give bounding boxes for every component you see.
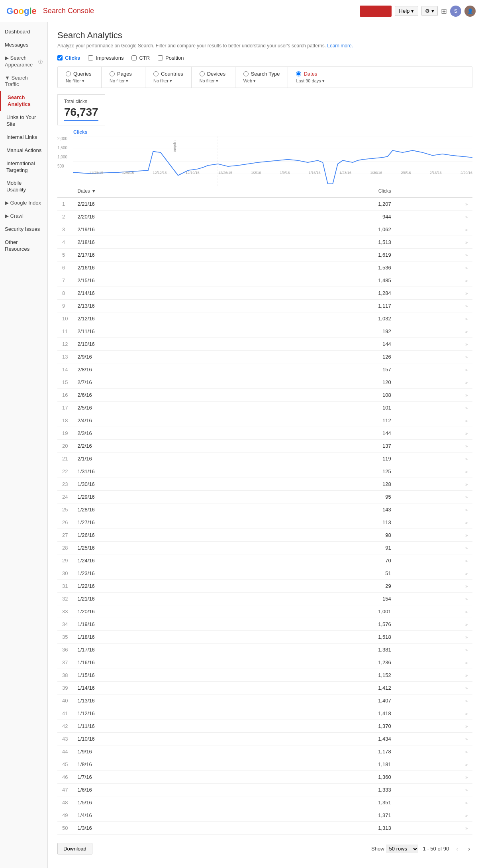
filter-pages[interactable]: Pages No filter ▾ bbox=[102, 67, 145, 88]
cell-chevron[interactable]: » bbox=[396, 618, 472, 631]
cell-chevron[interactable]: » bbox=[396, 478, 472, 491]
filter-impressions[interactable]: Impressions bbox=[88, 55, 123, 61]
cell-chevron[interactable]: » bbox=[396, 287, 472, 300]
table-row[interactable]: 42 1/11/16 1,370 » bbox=[57, 720, 472, 733]
sidebar-item-crawl[interactable]: ▶ Crawl bbox=[0, 210, 47, 223]
cell-chevron[interactable]: » bbox=[396, 427, 472, 440]
table-row[interactable]: 17 2/5/16 101 » bbox=[57, 402, 472, 414]
cell-chevron[interactable]: » bbox=[396, 631, 472, 644]
table-row[interactable]: 22 1/31/16 125 » bbox=[57, 465, 472, 478]
table-row[interactable]: 39 1/14/16 1,412 » bbox=[57, 682, 472, 694]
position-checkbox[interactable] bbox=[158, 55, 163, 60]
cell-chevron[interactable]: » bbox=[396, 516, 472, 529]
cell-chevron[interactable]: » bbox=[396, 694, 472, 707]
col-dates[interactable]: Dates ▼ bbox=[72, 185, 252, 197]
filter-countries[interactable]: Countries No filter ▾ bbox=[145, 67, 192, 88]
table-row[interactable]: 32 1/21/16 154 » bbox=[57, 593, 472, 605]
table-row[interactable]: 48 1/5/16 1,351 » bbox=[57, 796, 472, 809]
cell-chevron[interactable]: » bbox=[396, 503, 472, 516]
table-row[interactable]: 50 1/3/16 1,313 » bbox=[57, 822, 472, 835]
cell-chevron[interactable]: » bbox=[396, 325, 472, 338]
cell-chevron[interactable]: » bbox=[396, 414, 472, 427]
filter-devices[interactable]: Devices No filter ▾ bbox=[192, 67, 235, 88]
avatar[interactable]: S bbox=[450, 6, 461, 17]
table-row[interactable]: 7 2/15/16 1,485 » bbox=[57, 274, 472, 287]
cell-chevron[interactable]: » bbox=[396, 261, 472, 274]
cell-chevron[interactable]: » bbox=[396, 656, 472, 669]
cell-chevron[interactable]: » bbox=[396, 491, 472, 503]
table-row[interactable]: 46 1/7/16 1,360 » bbox=[57, 771, 472, 784]
sidebar-item-manual-actions[interactable]: Manual Actions bbox=[0, 144, 47, 157]
cell-chevron[interactable]: » bbox=[396, 733, 472, 745]
table-row[interactable]: 27 1/26/16 98 » bbox=[57, 529, 472, 542]
cell-chevron[interactable]: » bbox=[396, 745, 472, 758]
table-row[interactable]: 47 1/6/16 1,333 » bbox=[57, 784, 472, 796]
table-row[interactable]: 23 1/30/16 128 » bbox=[57, 478, 472, 491]
sidebar-item-search-appearance[interactable]: ▶ Search Appearance ⓘ bbox=[0, 52, 47, 72]
sidebar-item-international-targeting[interactable]: International Targeting bbox=[0, 157, 47, 177]
sidebar-item-search-traffic[interactable]: ▼ Search Traffic bbox=[0, 72, 47, 92]
table-row[interactable]: 15 2/7/16 120 » bbox=[57, 376, 472, 389]
table-row[interactable]: 20 2/2/16 137 » bbox=[57, 440, 472, 453]
cell-chevron[interactable]: » bbox=[396, 669, 472, 682]
sidebar-item-google-index[interactable]: ▶ Google Index bbox=[0, 197, 47, 210]
table-row[interactable]: 8 2/14/16 1,284 » bbox=[57, 287, 472, 300]
table-row[interactable]: 5 2/17/16 1,619 » bbox=[57, 249, 472, 261]
cell-chevron[interactable]: » bbox=[396, 771, 472, 784]
table-row[interactable]: 30 1/23/16 51 » bbox=[57, 567, 472, 580]
table-row[interactable]: 43 1/10/16 1,434 » bbox=[57, 733, 472, 745]
table-row[interactable]: 28 1/25/16 91 » bbox=[57, 542, 472, 554]
rows-per-page-select[interactable]: 50 rows 100 rows 500 rows bbox=[386, 845, 418, 853]
grid-icon[interactable]: ⊞ bbox=[441, 7, 447, 16]
filter-dates[interactable]: Dates Last 90 days ▾ bbox=[288, 67, 332, 88]
learn-more-link[interactable]: Learn more. bbox=[327, 43, 353, 49]
cell-chevron[interactable]: » bbox=[396, 312, 472, 325]
table-row[interactable]: 25 1/28/16 143 » bbox=[57, 503, 472, 516]
cell-chevron[interactable]: » bbox=[396, 465, 472, 478]
cell-chevron[interactable]: » bbox=[396, 809, 472, 822]
table-row[interactable]: 33 1/20/16 1,001 » bbox=[57, 605, 472, 618]
table-row[interactable]: 1 2/21/16 1,207 » bbox=[57, 197, 472, 211]
sidebar-item-search-analytics[interactable]: Search Analytics bbox=[0, 91, 47, 111]
table-row[interactable]: 10 2/12/16 1,032 » bbox=[57, 312, 472, 325]
cell-chevron[interactable]: » bbox=[396, 236, 472, 249]
cell-chevron[interactable]: » bbox=[396, 211, 472, 223]
table-row[interactable]: 34 1/19/16 1,576 » bbox=[57, 618, 472, 631]
cell-chevron[interactable]: » bbox=[396, 363, 472, 376]
table-row[interactable]: 44 1/9/16 1,178 » bbox=[57, 745, 472, 758]
cell-chevron[interactable]: » bbox=[396, 440, 472, 453]
table-row[interactable]: 40 1/13/16 1,407 » bbox=[57, 694, 472, 707]
table-row[interactable]: 31 1/22/16 29 » bbox=[57, 580, 472, 593]
table-row[interactable]: 21 2/1/16 119 » bbox=[57, 453, 472, 465]
impressions-checkbox[interactable] bbox=[88, 55, 93, 60]
cell-chevron[interactable]: » bbox=[396, 338, 472, 351]
table-row[interactable]: 2 2/20/16 944 » bbox=[57, 211, 472, 223]
sidebar-item-mobile-usability[interactable]: Mobile Usability bbox=[0, 177, 47, 197]
cell-chevron[interactable]: » bbox=[396, 402, 472, 414]
table-row[interactable]: 41 1/12/16 1,418 » bbox=[57, 707, 472, 720]
cell-chevron[interactable]: » bbox=[396, 376, 472, 389]
download-button[interactable]: Download bbox=[57, 843, 92, 854]
cell-chevron[interactable]: » bbox=[396, 758, 472, 771]
col-clicks[interactable]: Clicks bbox=[252, 185, 396, 197]
table-row[interactable]: 49 1/4/16 1,371 » bbox=[57, 809, 472, 822]
sidebar-item-messages[interactable]: Messages bbox=[0, 39, 47, 52]
table-row[interactable]: 26 1/27/16 113 » bbox=[57, 516, 472, 529]
clicks-checkbox[interactable] bbox=[57, 55, 63, 60]
cell-chevron[interactable]: » bbox=[396, 389, 472, 402]
cell-chevron[interactable]: » bbox=[396, 605, 472, 618]
ctr-checkbox[interactable] bbox=[131, 55, 137, 60]
cell-chevron[interactable]: » bbox=[396, 249, 472, 261]
filter-ctr[interactable]: CTR bbox=[131, 55, 150, 61]
sidebar-item-links-to-your-site[interactable]: Links to Your Site bbox=[0, 111, 47, 131]
cell-chevron[interactable]: » bbox=[396, 351, 472, 363]
prev-page-button[interactable]: ‹ bbox=[454, 845, 460, 853]
cell-chevron[interactable]: » bbox=[396, 197, 472, 211]
cell-chevron[interactable]: » bbox=[396, 720, 472, 733]
table-row[interactable]: 37 1/16/16 1,236 » bbox=[57, 656, 472, 669]
sidebar-item-dashboard[interactable]: Dashboard bbox=[0, 25, 47, 39]
settings-button[interactable]: ⚙ ▾ bbox=[421, 6, 438, 16]
table-row[interactable]: 12 2/10/16 144 » bbox=[57, 338, 472, 351]
cell-chevron[interactable]: » bbox=[396, 593, 472, 605]
table-row[interactable]: 36 1/17/16 1,381 » bbox=[57, 644, 472, 656]
